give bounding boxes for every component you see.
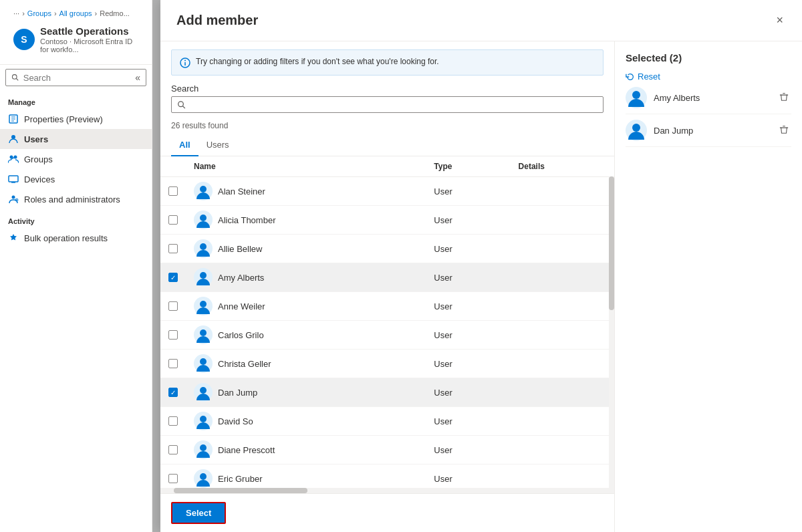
details-cell — [511, 206, 614, 235]
checkbox-cell[interactable] — [160, 407, 186, 436]
sidebar-item-devices[interactable]: Devices — [0, 169, 152, 189]
sidebar-item-roles[interactable]: Roles and administrators — [0, 189, 152, 209]
user-name: Carlos Grilo — [218, 330, 264, 340]
tab-users[interactable]: Users — [198, 134, 237, 156]
checkbox-cell[interactable] — [160, 436, 186, 464]
sidebar-item-groups[interactable]: Groups — [0, 149, 152, 169]
checkbox-cell[interactable] — [160, 235, 186, 263]
row-checkbox[interactable] — [168, 330, 178, 340]
checkbox-cell[interactable] — [160, 464, 186, 489]
checkbox-cell[interactable] — [160, 321, 186, 350]
row-checkbox[interactable] — [168, 416, 178, 426]
breadcrumb-sep: › — [22, 9, 25, 17]
name-cell: Eric Gruber — [186, 464, 426, 489]
select-button[interactable]: Select — [171, 502, 226, 524]
details-cell — [511, 235, 614, 263]
modal-close-button[interactable]: × — [773, 11, 786, 30]
name-cell: Amy Alberts — [186, 263, 426, 292]
horiz-scrollbar-thumb[interactable] — [174, 488, 307, 493]
table-container: Name Type Details — [160, 156, 614, 488]
svg-rect-9 — [9, 176, 18, 182]
checkbox-cell[interactable] — [160, 177, 186, 206]
name-cell: Anne Weiler — [186, 292, 426, 321]
user-name: Alicia Thomber — [218, 215, 275, 225]
org-subtitle: Contoso · Microsoft Entra ID for workfo.… — [40, 37, 138, 53]
row-checkbox[interactable] — [168, 215, 178, 225]
remove-selected-button[interactable] — [777, 124, 791, 138]
name-cell: Alicia Thomber — [186, 206, 426, 235]
type-cell: User — [426, 235, 510, 263]
scrollbar-thumb[interactable] — [609, 176, 614, 310]
collapse-button[interactable]: « — [135, 72, 140, 83]
selected-item: Dan Jump — [626, 114, 791, 147]
sidebar-item-bulk-label: Bulk operation results — [24, 233, 108, 243]
bulk-icon — [8, 233, 19, 243]
breadcrumb-groups[interactable]: Groups — [27, 9, 51, 17]
type-cell: User — [426, 263, 510, 292]
user-avatar-icon — [194, 239, 213, 258]
sidebar-item-properties[interactable]: Properties (Preview) — [0, 109, 152, 129]
name-cell: Allie Bellew — [186, 235, 426, 263]
row-checkbox[interactable]: ✓ — [168, 388, 178, 397]
row-checkbox[interactable] — [168, 445, 178, 454]
name-cell: Diane Prescott — [186, 436, 426, 464]
row-checkbox[interactable] — [168, 301, 178, 311]
sidebar-search-input[interactable] — [23, 73, 131, 83]
user-name: David So — [218, 416, 253, 426]
user-name: Eric Gruber — [218, 474, 262, 484]
type-cell: User — [426, 407, 510, 436]
tab-all[interactable]: All — [171, 134, 198, 156]
org-info: Seattle Operations Contoso · Microsoft E… — [40, 25, 138, 53]
sidebar-item-users[interactable]: Users — [0, 129, 152, 149]
modal-panel: Add member × Try changing or adding filt… — [160, 0, 802, 532]
user-name: Dan Jump — [218, 388, 257, 398]
row-checkbox[interactable] — [168, 244, 178, 253]
user-avatar-icon — [194, 412, 213, 430]
selected-item: Amy Alberts — [626, 82, 791, 114]
user-avatar-icon — [194, 182, 213, 201]
org-avatar: S — [13, 29, 35, 50]
table-row: David So User — [160, 407, 614, 436]
modal-title: Add member — [176, 13, 258, 28]
type-cell: User — [426, 177, 510, 206]
sidebar-item-bulk[interactable]: Bulk operation results — [0, 228, 152, 248]
sidebar-header: ··· › Groups › All groups › Redmo... S S… — [0, 0, 152, 65]
type-cell: User — [426, 436, 510, 464]
breadcrumb-allgroups[interactable]: All groups — [59, 9, 92, 17]
reset-button[interactable]: Reset — [626, 72, 791, 82]
checkbox-cell[interactable] — [160, 206, 186, 235]
table-row: Allie Bellew User — [160, 235, 614, 263]
user-name: Amy Alberts — [218, 273, 264, 283]
table-row: ✓ Dan Jump User — [160, 378, 614, 407]
type-cell: User — [426, 292, 510, 321]
sidebar-item-groups-label: Groups — [24, 154, 53, 164]
row-checkbox[interactable]: ✓ — [168, 273, 178, 282]
remove-selected-button[interactable] — [777, 91, 791, 105]
search-input-container[interactable] — [171, 96, 604, 113]
svg-line-1 — [16, 78, 18, 80]
modal-search-input[interactable] — [190, 100, 597, 110]
checkbox-cell[interactable] — [160, 292, 186, 321]
row-checkbox[interactable] — [168, 186, 178, 196]
details-cell — [511, 263, 614, 292]
checkbox-cell[interactable] — [160, 350, 186, 378]
type-cell: User — [426, 350, 510, 378]
table-row: Eric Gruber User — [160, 464, 614, 489]
vertical-scrollbar[interactable] — [609, 156, 614, 488]
details-cell — [511, 378, 614, 407]
row-checkbox[interactable] — [168, 474, 178, 483]
checkbox-cell[interactable]: ✓ — [160, 263, 186, 292]
row-checkbox[interactable] — [168, 359, 178, 368]
breadcrumb-dots[interactable]: ··· — [13, 9, 19, 17]
sidebar-search-box[interactable]: « — [5, 69, 146, 86]
svg-point-32 — [200, 358, 207, 365]
user-avatar-icon — [194, 268, 213, 287]
properties-icon — [8, 114, 19, 124]
modal-search-section: Search — [160, 84, 614, 118]
horizontal-scrollbar[interactable] — [160, 488, 614, 493]
checkbox-cell[interactable]: ✓ — [160, 378, 186, 407]
users-icon — [8, 134, 19, 144]
col-details: Details — [511, 156, 614, 177]
modal-body: Try changing or adding filters if you do… — [160, 41, 802, 532]
type-cell: User — [426, 206, 510, 235]
